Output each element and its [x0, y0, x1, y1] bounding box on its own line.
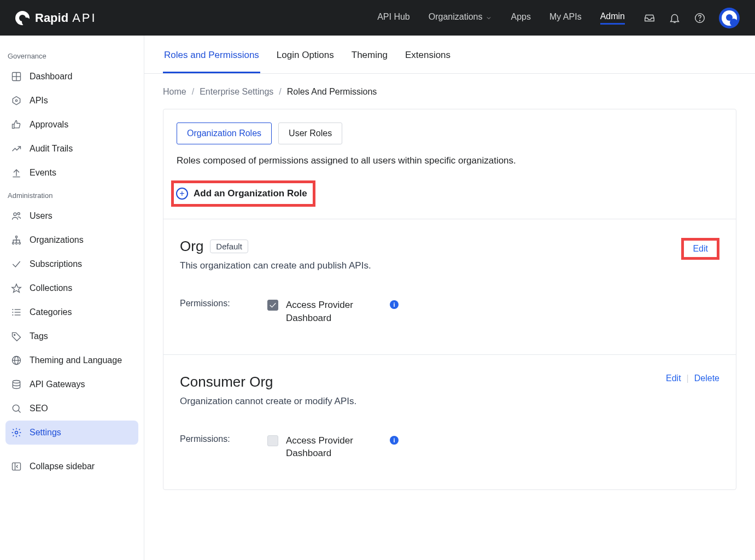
plus-circle-icon: + — [176, 188, 188, 200]
checkbox-unchecked-icon[interactable] — [267, 435, 278, 446]
tab-theming[interactable]: Theming — [350, 50, 389, 73]
sidebar-item-label: API Gateways — [30, 380, 85, 389]
sidebar-item-tags[interactable]: Tags — [5, 324, 138, 348]
permission-item: Access Provider Dashboard i — [267, 299, 399, 325]
search-icon — [11, 403, 22, 414]
sidebar-item-users[interactable]: Users — [5, 204, 138, 228]
settings-tabs: Roles and Permissions Login Options Them… — [144, 36, 755, 74]
hex-icon — [11, 95, 22, 106]
role-type-tabs: Organization Roles User Roles — [177, 122, 723, 144]
sidebar-item-label: Categories — [30, 307, 72, 317]
svg-point-1 — [699, 20, 700, 21]
add-role-label: Add an Organization Role — [194, 188, 307, 199]
list-icon — [11, 307, 22, 318]
chevron-down-icon — [485, 14, 492, 20]
role-title: Org — [180, 238, 203, 255]
permission-label: Access Provider Dashboard — [286, 434, 379, 460]
permission-label: Access Provider Dashboard — [286, 299, 379, 325]
nav-apps[interactable]: Apps — [511, 12, 530, 24]
role-tab-user[interactable]: User Roles — [278, 122, 342, 144]
tab-extensions[interactable]: Extensions — [404, 50, 452, 73]
sidebar-item-label: Approvals — [30, 120, 68, 130]
svg-point-21 — [13, 315, 13, 316]
role-tab-organization[interactable]: Organization Roles — [177, 122, 272, 144]
sidebar-item-apis[interactable]: APIs — [5, 89, 138, 113]
svg-point-26 — [13, 381, 20, 383]
sidebar-item-label: Settings — [30, 428, 61, 438]
add-organization-role-button[interactable]: + Add an Organization Role — [171, 180, 315, 207]
sidebar-item-dashboard[interactable]: Dashboard — [5, 65, 138, 89]
info-icon[interactable]: i — [390, 436, 399, 445]
collapse-sidebar[interactable]: Collapse sidebar — [5, 454, 138, 479]
info-icon[interactable]: i — [390, 300, 399, 309]
collapse-icon — [11, 461, 22, 472]
delete-role-button[interactable]: Delete — [694, 374, 719, 383]
sidebar-item-api-gateways[interactable]: API Gateways — [5, 372, 138, 396]
grid-icon — [11, 71, 22, 82]
edit-role-button[interactable]: Edit — [666, 374, 681, 383]
sidebar-item-categories[interactable]: Categories — [5, 300, 138, 324]
inbox-icon[interactable] — [643, 12, 655, 24]
brand-logo[interactable]: RapidAPI — [15, 11, 97, 25]
roles-panel: Organization Roles User Roles Roles comp… — [163, 109, 736, 490]
globe-icon — [11, 355, 22, 366]
thumb-icon — [11, 119, 22, 130]
sidebar-item-label: Collections — [30, 283, 72, 293]
svg-point-10 — [17, 213, 20, 215]
sidebar-item-label: APIs — [30, 96, 48, 106]
checkbox-checked-icon[interactable] — [267, 300, 278, 311]
sidebar-section-administration: Administration — [5, 185, 138, 204]
sidebar-item-events[interactable]: Events — [5, 161, 138, 185]
breadcrumb-home[interactable]: Home — [163, 87, 186, 97]
svg-point-29 — [15, 431, 18, 434]
sidebar-item-label: Theming and Language — [30, 355, 122, 365]
tree-icon — [11, 235, 22, 246]
sidebar-item-settings[interactable]: Settings — [5, 421, 138, 445]
svg-point-20 — [13, 312, 13, 313]
logo-mark-icon — [15, 11, 30, 25]
stack-icon — [11, 379, 22, 390]
default-badge: Default — [210, 240, 248, 253]
primary-nav: API Hub Organizations Apps My APIs Admin — [377, 11, 625, 25]
edit-role-button[interactable]: Edit — [693, 244, 708, 253]
svg-marker-5 — [13, 97, 20, 105]
avatar[interactable] — [719, 8, 740, 28]
svg-point-12 — [13, 242, 14, 244]
svg-point-11 — [15, 236, 17, 238]
svg-point-13 — [15, 242, 17, 244]
sidebar-item-seo[interactable]: SEO — [5, 396, 138, 421]
sidebar-item-collections[interactable]: Collections — [5, 276, 138, 300]
tab-login-options[interactable]: Login Options — [276, 50, 335, 73]
breadcrumb-enterprise-settings[interactable]: Enterprise Settings — [200, 87, 273, 97]
sidebar-item-theming-language[interactable]: Theming and Language — [5, 348, 138, 372]
svg-line-28 — [18, 410, 20, 412]
role-tab-description: Roles composed of permissions assigned t… — [177, 155, 723, 166]
role-card-consumer-org: Consumer Org Organization cannot create … — [163, 354, 736, 490]
nav-admin[interactable]: Admin — [600, 11, 625, 25]
permission-item: Access Provider Dashboard i — [267, 434, 399, 460]
sidebar-item-organizations[interactable]: Organizations — [5, 228, 138, 252]
nav-organizations[interactable]: Organizations — [429, 12, 493, 24]
permissions-label: Permissions: — [180, 434, 235, 444]
breadcrumb: Home / Enterprise Settings / Roles And P… — [144, 74, 755, 102]
nav-api-hub[interactable]: API Hub — [377, 12, 410, 24]
nav-my-apis[interactable]: My APIs — [549, 12, 582, 24]
svg-point-14 — [19, 242, 20, 244]
brand-suffix: API — [72, 11, 96, 25]
svg-point-22 — [14, 335, 15, 336]
sidebar-item-audit-trails[interactable]: Audit Trails — [5, 137, 138, 161]
tab-roles-permissions[interactable]: Roles and Permissions — [163, 50, 260, 73]
svg-point-6 — [15, 100, 17, 101]
main-content: Roles and Permissions Login Options Them… — [144, 36, 755, 560]
sidebar-item-subscriptions[interactable]: Subscriptions — [5, 252, 138, 276]
brand-name: Rapid — [35, 11, 68, 25]
sidebar-item-approvals[interactable]: Approvals — [5, 113, 138, 137]
bell-icon[interactable] — [669, 12, 681, 24]
role-card-org: Org Default This organization can create… — [163, 219, 736, 354]
topbar: RapidAPI API Hub Organizations Apps My A… — [0, 0, 755, 36]
check-icon — [11, 259, 22, 270]
svg-point-19 — [13, 310, 13, 310]
sidebar-item-label: Tags — [30, 331, 48, 341]
help-icon[interactable] — [694, 12, 706, 24]
users-icon — [11, 211, 22, 221]
